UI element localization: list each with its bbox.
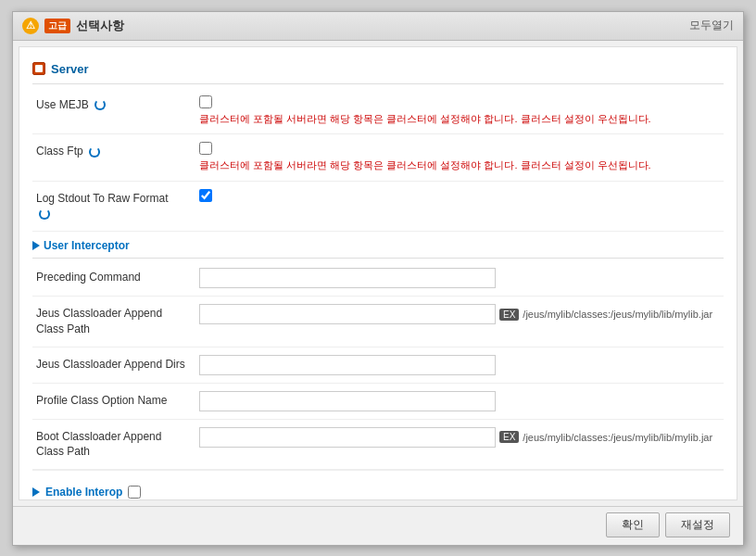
boot-classloader-content: EX /jeus/mylib/classes:/jeus/mylib/lib/m… xyxy=(199,425,724,449)
classloader-append-input[interactable] xyxy=(199,304,496,324)
log-stdout-content xyxy=(199,187,724,204)
triangle-icon xyxy=(32,241,40,250)
classloader-append-content: EX /jeus/mylib/classes:/jeus/mylib/lib/m… xyxy=(199,302,724,326)
use-mejb-checkbox-row xyxy=(199,95,724,108)
user-interceptor-header[interactable]: User Interceptor xyxy=(32,232,724,259)
class-ftp-checkbox[interactable] xyxy=(199,142,212,155)
log-stdout-sync-icon xyxy=(39,208,50,220)
server-section-title: Server xyxy=(51,62,88,76)
class-ftp-label: Class Ftp xyxy=(32,140,199,163)
boot-classloader-input-group: EX /jeus/mylib/classes:/jeus/mylib/lib/m… xyxy=(199,427,724,448)
server-section-header: Server xyxy=(32,57,724,84)
enable-interop-section: Enable Interop 클러스터에 포함될 서버라면 해당 항목은 클러스… xyxy=(32,470,724,499)
boot-classloader-badge: EX xyxy=(499,431,519,443)
use-mejb-hint: 클러스터에 포함될 서버라면 해당 항목은 클러스터에 설정해야 합니다. 클러… xyxy=(199,111,724,127)
reset-button[interactable]: 재설정 xyxy=(665,512,730,537)
class-ftp-checkbox-row xyxy=(199,142,724,155)
enable-interop-title[interactable]: Enable Interop xyxy=(45,486,122,499)
use-mejb-label: Use MEJB xyxy=(32,94,199,117)
boot-classloader-input[interactable] xyxy=(199,427,496,448)
preceding-command-row: Preceding Command xyxy=(32,260,724,297)
use-mejb-row: Use MEJB 클러스터에 포함될 서버라면 해당 항목은 클러스터에 설정해… xyxy=(32,88,724,135)
classloader-append-input-group: EX /jeus/mylib/classes:/jeus/mylib/lib/m… xyxy=(199,304,724,324)
profile-class-label: Profile Class Option Name xyxy=(32,389,199,412)
classloader-dirs-row: Jeus Classloader Append Dirs xyxy=(32,348,724,384)
classloader-append-label: Jeus Classloader Append Class Path xyxy=(32,302,199,341)
classloader-dirs-label: Jeus Classloader Append Dirs xyxy=(32,353,199,376)
use-mejb-content: 클러스터에 포함될 서버라면 해당 항목은 클러스터에 설정해야 합니다. 클러… xyxy=(199,94,724,129)
dialog-title: 선택사항 xyxy=(76,18,124,34)
sync-icon xyxy=(94,99,106,110)
preceding-command-input[interactable] xyxy=(199,268,496,288)
classloader-dirs-input[interactable] xyxy=(199,355,496,375)
class-ftp-content: 클러스터에 포함될 서버라면 해당 항목은 클러스터에 설정해야 합니다. 클러… xyxy=(199,140,724,175)
preceding-command-content xyxy=(199,266,724,290)
class-ftp-row: Class Ftp 클러스터에 포함될 서버라면 해당 항목은 클러스터에 설정… xyxy=(32,134,724,182)
dialog-body: Server Use MEJB 클러스터에 포함될 서버라면 해당 항목은 클러… xyxy=(19,46,737,500)
classloader-dirs-content xyxy=(199,353,724,377)
class-ftp-sync-icon xyxy=(89,146,100,158)
log-stdout-checkbox[interactable] xyxy=(199,189,212,202)
enable-interop-checkbox[interactable] xyxy=(128,486,141,499)
profile-class-input[interactable] xyxy=(199,391,496,411)
classloader-append-example: /jeus/mylib/classes:/jeus/mylib/lib/myli… xyxy=(523,309,712,320)
boot-classloader-example: /jeus/mylib/classes:/jeus/mylib/lib/myli… xyxy=(523,432,712,443)
warning-icon: ⚠ xyxy=(22,18,39,34)
confirm-button[interactable]: 확인 xyxy=(606,512,660,537)
log-stdout-label: Log Stdout To Raw Format xyxy=(32,187,199,226)
dialog-footer: 확인 재설정 xyxy=(13,506,743,545)
server-section-icon xyxy=(32,62,45,75)
enable-interop-row: Enable Interop xyxy=(32,478,724,499)
preceding-command-label: Preceding Command xyxy=(32,266,199,289)
use-mejb-checkbox[interactable] xyxy=(199,95,212,108)
log-stdout-checkbox-row xyxy=(199,189,724,202)
expand-all-link[interactable]: 모두열기 xyxy=(689,18,734,33)
profile-class-content xyxy=(199,389,724,413)
main-dialog: ⚠ 고급 선택사항 모두열기 Server Use MEJB 클러스터에 포 xyxy=(12,11,744,546)
classloader-append-badge: EX xyxy=(499,309,519,321)
dialog-header: ⚠ 고급 선택사항 모두열기 xyxy=(13,12,743,41)
log-stdout-row: Log Stdout To Raw Format xyxy=(32,182,724,233)
classloader-append-row: Jeus Classloader Append Class Path EX /j… xyxy=(32,297,724,348)
user-interceptor-title[interactable]: User Interceptor xyxy=(44,239,130,252)
boot-classloader-label: Boot Classloader Append Class Path xyxy=(32,425,199,464)
boot-classloader-row: Boot Classloader Append Class Path EX /j… xyxy=(32,420,724,471)
badge: 고급 xyxy=(44,19,70,33)
title-area: ⚠ 고급 선택사항 xyxy=(22,18,124,34)
enable-interop-triangle xyxy=(32,487,40,497)
class-ftp-hint: 클러스터에 포함될 서버라면 해당 항목은 클러스터에 설정해야 합니다. 클러… xyxy=(199,158,724,173)
profile-class-row: Profile Class Option Name xyxy=(32,384,724,420)
